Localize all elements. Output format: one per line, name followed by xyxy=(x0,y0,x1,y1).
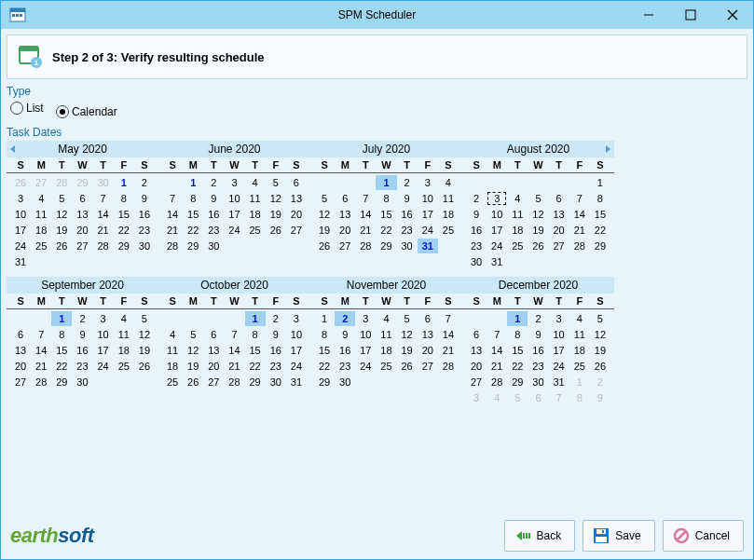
calendar-day[interactable]: 30 xyxy=(203,239,224,253)
calendar-day[interactable]: 30 xyxy=(466,254,487,269)
calendar-day[interactable]: 22 xyxy=(590,223,610,238)
calendar-day[interactable]: 29 xyxy=(114,239,134,253)
calendar-day[interactable]: 20 xyxy=(286,207,307,222)
calendar-day[interactable]: 18 xyxy=(438,207,459,222)
calendar-day[interactable]: 23 xyxy=(266,359,286,374)
calendar-day[interactable]: 13 xyxy=(203,343,224,358)
calendar-day[interactable]: 25 xyxy=(162,375,183,389)
calendar-day[interactable]: 15 xyxy=(376,207,396,222)
calendar-day[interactable]: 24 xyxy=(224,223,244,238)
calendar-day[interactable]: 14 xyxy=(93,207,114,222)
calendar-day[interactable]: 1 xyxy=(507,311,528,326)
calendar-day[interactable]: 27 xyxy=(72,239,92,253)
calendar-day[interactable]: 18 xyxy=(569,343,590,358)
calendar-day[interactable]: 25 xyxy=(376,359,396,374)
calendar-day[interactable]: 27 xyxy=(203,375,224,389)
calendar-day[interactable]: 13 xyxy=(10,343,31,358)
calendar-day[interactable]: 6 xyxy=(466,327,487,342)
calendar-day[interactable]: 12 xyxy=(397,327,418,342)
calendar-day[interactable]: 9 xyxy=(466,207,487,222)
calendar-day[interactable]: 6 xyxy=(549,191,569,206)
calendar-day[interactable]: 9 xyxy=(72,327,92,342)
calendar-day[interactable]: 2 xyxy=(466,191,487,206)
calendar-day[interactable]: 30 xyxy=(72,375,92,389)
calendar-day[interactable]: 26 xyxy=(590,359,610,374)
calendar-day[interactable]: 12 xyxy=(266,191,286,206)
calendar-day[interactable]: 17 xyxy=(10,223,31,238)
calendar-day[interactable]: 23 xyxy=(335,359,355,374)
calendar-day[interactable]: 28 xyxy=(51,175,72,190)
calendar-day[interactable]: 7 xyxy=(224,327,244,342)
radio-list[interactable]: List xyxy=(10,102,44,115)
calendar-day[interactable]: 23 xyxy=(466,239,487,253)
calendar-day[interactable]: 4 xyxy=(31,191,51,206)
calendar-day[interactable]: 14 xyxy=(569,207,590,222)
calendar-day[interactable]: 10 xyxy=(93,327,114,342)
calendar-day[interactable]: 13 xyxy=(549,207,569,222)
calendar-day[interactable]: 29 xyxy=(183,239,203,253)
calendar-day[interactable]: 1 xyxy=(245,311,266,326)
calendar-day[interactable]: 8 xyxy=(376,191,396,206)
calendar-day[interactable]: 4 xyxy=(569,311,590,326)
calendar-day[interactable]: 12 xyxy=(590,327,610,342)
calendar-day[interactable]: 6 xyxy=(335,191,355,206)
calendar-day[interactable]: 14 xyxy=(224,343,244,358)
calendar-day[interactable]: 16 xyxy=(266,343,286,358)
calendar-day[interactable]: 13 xyxy=(286,191,307,206)
calendar-day[interactable]: 16 xyxy=(134,207,155,222)
calendar-day[interactable]: 15 xyxy=(114,207,134,222)
calendar-day[interactable]: 20 xyxy=(10,359,31,374)
calendar-day[interactable]: 6 xyxy=(286,175,307,190)
calendar-day[interactable]: 3 xyxy=(10,191,31,206)
calendar-day[interactable]: 29 xyxy=(590,239,610,253)
calendar-day[interactable]: 27 xyxy=(31,175,51,190)
calendar-day[interactable]: 27 xyxy=(286,223,307,238)
calendar-day[interactable]: 9 xyxy=(590,390,610,405)
calendar-day[interactable]: 20 xyxy=(549,223,569,238)
calendar-day[interactable]: 2 xyxy=(335,311,355,326)
calendar-day[interactable]: 13 xyxy=(72,207,92,222)
calendar-day[interactable]: 25 xyxy=(569,359,590,374)
calendar-day[interactable]: 16 xyxy=(72,343,92,358)
calendar-day[interactable]: 24 xyxy=(418,223,438,238)
calendar-day[interactable]: 19 xyxy=(134,343,155,358)
calendar-day[interactable]: 3 xyxy=(93,311,114,326)
calendar-day[interactable]: 4 xyxy=(507,191,528,206)
calendar-day[interactable]: 26 xyxy=(266,223,286,238)
calendar-day[interactable]: 26 xyxy=(314,239,335,253)
calendar-day[interactable]: 7 xyxy=(487,327,507,342)
calendar-day[interactable]: 25 xyxy=(507,239,528,253)
calendar-day[interactable]: 17 xyxy=(487,223,507,238)
calendar-day[interactable]: 26 xyxy=(10,175,31,190)
calendar-day[interactable]: 18 xyxy=(376,343,396,358)
calendar-day[interactable]: 18 xyxy=(507,223,528,238)
calendar-day[interactable]: 1 xyxy=(114,175,134,190)
calendar-day[interactable]: 21 xyxy=(487,359,507,374)
calendar-day[interactable]: 30 xyxy=(528,375,548,389)
calendar-day[interactable]: 8 xyxy=(507,327,528,342)
calendar-day[interactable]: 25 xyxy=(245,223,266,238)
calendar-day[interactable]: 17 xyxy=(93,343,114,358)
calendar-day[interactable]: 10 xyxy=(549,327,569,342)
calendar-day[interactable]: 3 xyxy=(355,311,376,326)
calendar-day[interactable]: 31 xyxy=(549,375,569,389)
calendar-day[interactable]: 23 xyxy=(134,223,155,238)
calendar-day[interactable]: 21 xyxy=(438,343,459,358)
calendar-day[interactable]: 30 xyxy=(266,375,286,389)
calendar-day[interactable]: 1 xyxy=(590,175,610,190)
calendar-day[interactable]: 28 xyxy=(438,359,459,374)
calendar-day[interactable]: 16 xyxy=(528,343,548,358)
calendar-day[interactable]: 1 xyxy=(376,175,396,190)
calendar-day[interactable]: 22 xyxy=(245,359,266,374)
calendar-day[interactable]: 11 xyxy=(114,327,134,342)
calendar-day[interactable]: 15 xyxy=(245,343,266,358)
calendar-day[interactable]: 26 xyxy=(528,239,548,253)
calendar-day[interactable]: 28 xyxy=(569,239,590,253)
calendar-day[interactable]: 3 xyxy=(286,311,307,326)
calendar-day[interactable]: 7 xyxy=(162,191,183,206)
calendar-day[interactable]: 25 xyxy=(438,223,459,238)
calendar-day[interactable]: 27 xyxy=(335,239,355,253)
calendar-day[interactable]: 23 xyxy=(72,359,92,374)
calendar-day[interactable]: 19 xyxy=(397,343,418,358)
calendar-day[interactable]: 31 xyxy=(10,254,31,269)
